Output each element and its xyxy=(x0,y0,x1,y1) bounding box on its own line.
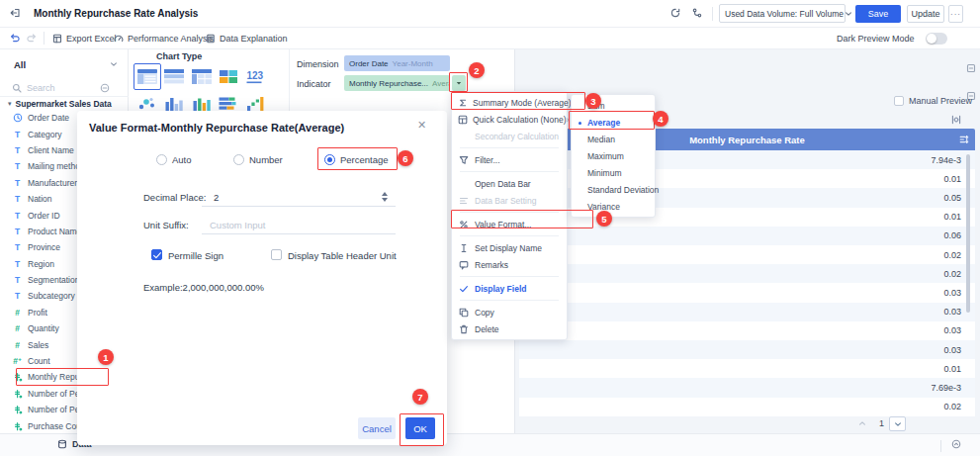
submenu-item-median[interactable]: Median xyxy=(572,131,655,147)
field-label: Sales xyxy=(28,340,48,350)
menu-item-set-display-name[interactable]: Set Display Name xyxy=(452,239,567,256)
table-cell-value: 0.03 xyxy=(943,345,961,355)
data-explanation-label: Data Explanation xyxy=(220,34,288,44)
collapse-bottom-panel-icon[interactable] xyxy=(951,439,961,449)
field-scope-dropdown[interactable]: All xyxy=(0,55,129,73)
chart-type-group-table[interactable] xyxy=(161,63,189,90)
header-unit-checkbox[interactable] xyxy=(271,249,282,260)
menu-item-open-data-bar[interactable]: Open Data Bar xyxy=(452,175,567,192)
collapse-style-panel-icon[interactable] xyxy=(966,63,976,73)
field-search-row xyxy=(0,79,129,97)
table-row[interactable]: 0.01 xyxy=(519,359,975,378)
stepper-down-icon[interactable] xyxy=(382,198,388,202)
format-option-number[interactable]: Number xyxy=(233,154,283,165)
cancel-button[interactable]: Cancel xyxy=(358,417,396,439)
tree-expand-icon[interactable]: ▾ xyxy=(8,100,12,108)
submenu-item-minimum[interactable]: Minimum xyxy=(572,164,655,181)
menu-item-label: Display Field xyxy=(475,284,526,294)
field-label: Order Date xyxy=(28,113,69,123)
color-block-icon xyxy=(219,69,238,84)
table-cell-value: 0.01 xyxy=(943,212,961,222)
data-explanation-button[interactable]: Data Explanation xyxy=(206,32,288,46)
radio-icon[interactable] xyxy=(156,154,167,165)
menu-item-label: Filter... xyxy=(475,155,500,165)
text-field-icon: T xyxy=(12,161,23,171)
redo-icon[interactable] xyxy=(27,33,37,43)
table-cell-value: 0.03 xyxy=(943,307,961,317)
table-row[interactable]: 0.03 xyxy=(519,321,975,340)
save-button[interactable]: Save xyxy=(855,5,901,23)
step-badge-1: 1 xyxy=(98,349,114,365)
performance-analysis-button[interactable]: Performance Analysis xyxy=(114,32,214,46)
dialog-close-icon[interactable]: ✕ xyxy=(417,119,426,132)
table-cell-value: 7.69e-3 xyxy=(931,383,961,393)
exit-editor-icon[interactable] xyxy=(10,8,20,18)
menu-item-quick-calculation-none[interactable]: Quick Calculation (None)› xyxy=(452,111,567,128)
export-excel-button[interactable]: Export Excel xyxy=(52,32,117,46)
menu-item-display-field[interactable]: Display Field xyxy=(452,280,567,297)
count-field-icon: #+ xyxy=(12,356,23,366)
menu-divider xyxy=(460,300,559,301)
decimal-stepper[interactable] xyxy=(380,190,390,204)
chart-type-cross-table[interactable] xyxy=(188,63,216,90)
used-data-volume-dropdown[interactable]: Used Data Volume: Full Volume xyxy=(719,4,846,23)
update-button[interactable]: Update xyxy=(907,5,944,23)
indicator-pill-monthly-repurchase[interactable]: Monthly Repurchase... Average xyxy=(344,75,450,91)
radio-icon[interactable] xyxy=(233,154,244,165)
manual-preview-checkbox[interactable] xyxy=(894,96,904,106)
table-column-header: Monthly Repurchase Rate xyxy=(689,135,805,145)
bottombar-divider xyxy=(940,440,941,452)
document-title: Monthly Repurchase Rate Analysis xyxy=(34,8,198,19)
collapse-columns-icon[interactable] xyxy=(951,115,961,125)
dataset-node[interactable]: ▾ Supermarket Sales Data xyxy=(0,97,129,111)
menu-item-copy[interactable]: Copy xyxy=(452,304,567,320)
format-option-auto[interactable]: Auto xyxy=(156,154,192,165)
data-relation-icon[interactable] xyxy=(692,8,702,18)
decimal-input-underline xyxy=(202,206,396,207)
chart-type-kpi-card[interactable]: 123 xyxy=(242,63,270,90)
menu-item-remarks[interactable]: Remarks xyxy=(452,256,567,273)
next-page-button[interactable] xyxy=(889,416,906,431)
dark-preview-toggle[interactable] xyxy=(926,33,947,45)
table-cell-value: 0.03 xyxy=(943,288,961,298)
table-cell-value: 0.06 xyxy=(943,230,961,240)
menu-item-delete[interactable]: Delete xyxy=(452,320,567,337)
table-row[interactable]: 0.02 xyxy=(519,245,975,264)
table-scrollbar[interactable] xyxy=(966,154,970,313)
menu-item-filter[interactable]: Filter... xyxy=(452,151,567,168)
undo-icon[interactable] xyxy=(10,33,20,43)
chart-type-detail-table-selected[interactable] xyxy=(134,63,161,90)
table-row[interactable]: 0.03 xyxy=(519,340,975,359)
menu-item-label: Quick Calculation (None) xyxy=(473,115,566,125)
unit-suffix-input[interactable]: Custom Input xyxy=(210,220,266,230)
menu-divider xyxy=(460,171,559,172)
previous-page-icon[interactable] xyxy=(857,418,867,428)
more-actions-button[interactable]: ··· xyxy=(948,5,963,23)
chevron-down-icon xyxy=(844,9,853,19)
table-row[interactable]: 0.03 xyxy=(519,303,975,321)
menu-item-label: Data Bar Setting xyxy=(475,196,536,206)
stepper-up-icon[interactable] xyxy=(382,192,388,196)
table-row[interactable]: 0.02 xyxy=(519,398,975,416)
table-row[interactable]: 7.69e-3 xyxy=(519,378,975,397)
refresh-icon[interactable] xyxy=(670,8,680,18)
submenu-item-maximum[interactable]: Maximum xyxy=(572,147,655,164)
column-settings-icon[interactable] xyxy=(959,135,969,144)
table-row[interactable]: 0.02 xyxy=(519,264,975,283)
table-row[interactable]: 0.03 xyxy=(519,283,975,302)
dimension-pill-order-date[interactable]: Order Date Year-Month xyxy=(344,55,450,71)
menu-item-label: Open Data Bar xyxy=(475,179,531,189)
text-field-icon: T xyxy=(12,242,23,252)
stacked-bar-icon xyxy=(219,96,238,111)
filter-fields-icon[interactable] xyxy=(100,83,110,93)
submenu-item-standard-deviation[interactable]: Standard Deviation xyxy=(572,181,655,198)
permille-sign-checkbox[interactable] xyxy=(151,249,162,260)
step-badge-2: 2 xyxy=(469,62,485,78)
dimension-field-name: Order Date xyxy=(349,59,389,68)
field-search-input[interactable] xyxy=(27,83,100,93)
calculated-field-icon xyxy=(12,421,23,431)
decimal-place-input[interactable]: 2 xyxy=(214,192,219,203)
chart-type-color-block[interactable] xyxy=(216,63,243,90)
number-field-icon: # xyxy=(12,340,23,350)
table-row[interactable]: 0.06 xyxy=(519,227,975,245)
